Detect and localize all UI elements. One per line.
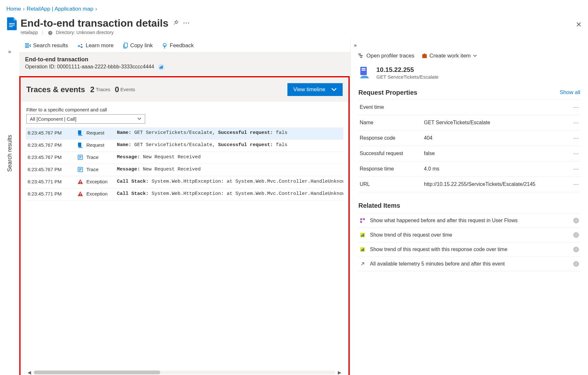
svg-rect-26 — [362, 68, 365, 69]
related-item[interactable]: Show trend of this request with this res… — [358, 242, 580, 257]
event-type-icon — [75, 139, 84, 152]
related-item-icon — [360, 247, 365, 252]
property-label: URL — [360, 181, 424, 187]
related-items-heading: Related Items — [351, 198, 588, 213]
property-row: Response time4.0 ms··· — [358, 161, 580, 177]
svg-rect-16 — [80, 181, 81, 182]
horizontal-scrollbar[interactable]: ◀ ▶ — [21, 369, 348, 375]
more-icon[interactable]: ··· — [573, 135, 579, 142]
svg-text:?: ? — [49, 31, 51, 35]
filter-label: Filter to a specific component and call — [26, 107, 343, 112]
svg-rect-27 — [362, 70, 365, 71]
request-properties-heading: Request Properties — [358, 89, 417, 96]
related-item-icon — [360, 218, 365, 223]
svg-rect-37 — [362, 249, 363, 251]
more-icon[interactable]: ··· — [183, 20, 190, 27]
operation-id-value: 00001111-aaaa-2222-bbbb-3333cccc4444 — [57, 64, 154, 69]
expand-right-icon[interactable]: » — [8, 49, 11, 55]
show-all-link[interactable]: Show all — [560, 89, 580, 96]
info-icon[interactable]: i — [573, 232, 579, 238]
copy-link-button[interactable]: Copy link — [123, 42, 153, 49]
traces-heading: Traces & events — [26, 85, 85, 94]
search-results-button[interactable]: Search results — [25, 42, 68, 49]
svg-rect-21 — [359, 55, 363, 56]
svg-rect-1 — [9, 25, 15, 25]
svg-rect-30 — [360, 221, 362, 223]
property-value: false — [424, 151, 573, 156]
traces-word: Traces — [96, 87, 110, 92]
svg-rect-29 — [363, 218, 365, 220]
property-label: Event time — [360, 104, 424, 110]
pin-icon[interactable] — [173, 20, 179, 27]
more-icon[interactable]: ··· — [573, 104, 579, 111]
svg-rect-23 — [422, 54, 427, 58]
scroll-right-icon[interactable]: ▶ — [337, 370, 343, 375]
svg-rect-36 — [361, 250, 362, 251]
breadcrumb-app[interactable]: RetailApp | Application map — [27, 6, 93, 12]
related-item-icon — [360, 232, 365, 238]
event-detail: Message: New Request Received — [115, 152, 343, 164]
events-table: 6:23:45.767 PMRequestName: GET ServiceTi… — [26, 127, 343, 201]
breadcrumb-home[interactable]: Home — [6, 6, 21, 12]
property-value: 4.0 ms — [424, 166, 573, 172]
event-row[interactable]: 6:23:45.767 PMRequestName: GET ServiceTi… — [26, 127, 343, 140]
property-row: NameGET ServiceTickets/Escalate··· — [358, 115, 580, 131]
property-value: http://10.15.22.255/ServiceTickets/Escal… — [424, 181, 573, 187]
related-item-label: Show what happened before and after this… — [370, 218, 569, 223]
svg-rect-19 — [80, 195, 81, 196]
feedback-button[interactable]: Feedback — [162, 42, 194, 49]
svg-rect-9 — [160, 67, 161, 69]
more-icon[interactable]: ··· — [573, 181, 579, 188]
property-row: Response code404··· — [358, 131, 580, 146]
close-icon[interactable]: ✕ — [576, 17, 582, 29]
expand-right-icon[interactable]: » — [354, 42, 357, 48]
event-detail: Name: GET ServiceTickets/Escalate, Succe… — [115, 127, 343, 140]
event-row[interactable]: 6:23:45.767 PMRequestName: GET ServiceTi… — [26, 139, 343, 152]
event-time: 6:23:45.771 PM — [26, 188, 75, 200]
event-type: Exception — [84, 176, 115, 188]
filter-select[interactable]: All [Component | Call] — [26, 114, 145, 124]
event-type: Request — [84, 139, 115, 152]
svg-point-5 — [81, 44, 82, 45]
event-row[interactable]: 6:23:45.767 PMTraceMessage: New Request … — [26, 164, 343, 176]
event-row[interactable]: 6:23:45.767 PMTraceMessage: New Request … — [26, 152, 343, 164]
chevron-right-icon: › — [23, 6, 25, 12]
resource-name: retailapp — [21, 30, 38, 35]
open-profiler-button[interactable]: Open profiler traces — [358, 53, 414, 59]
insights-icon[interactable] — [158, 64, 165, 71]
create-work-item-button[interactable]: Create work item — [422, 53, 477, 59]
traces-count: 2 — [90, 85, 94, 94]
view-timeline-button[interactable]: View timeline — [287, 83, 343, 96]
event-time: 6:23:45.771 PM — [26, 176, 75, 188]
more-icon[interactable]: ··· — [573, 166, 579, 172]
related-item[interactable]: Show trend of this request over timei — [358, 228, 580, 242]
event-row[interactable]: 6:23:45.771 PMExceptionCall Stack: Syste… — [26, 176, 343, 188]
learn-more-button[interactable]: Learn more — [77, 42, 114, 49]
events-count: 0 — [115, 85, 119, 94]
related-item-label: All available telemetry 5 minutes before… — [370, 261, 569, 267]
info-icon[interactable]: ? — [48, 31, 53, 35]
related-item[interactable]: Show what happened before and after this… — [358, 213, 580, 228]
chevron-down-icon — [473, 55, 477, 57]
event-time: 6:23:45.767 PM — [26, 164, 75, 176]
info-icon[interactable]: i — [573, 261, 579, 267]
chevron-right-icon: › — [95, 6, 97, 12]
info-icon[interactable]: i — [573, 218, 579, 223]
event-row[interactable]: 6:23:45.771 PMExceptionCall Stack: Syste… — [26, 188, 343, 200]
event-type-icon — [75, 127, 84, 140]
event-type-icon — [75, 164, 84, 176]
property-label: Successful request — [360, 151, 424, 156]
svg-rect-0 — [9, 23, 15, 24]
event-type: Trace — [84, 164, 115, 176]
page-title: End-to-end transaction details — [21, 17, 168, 29]
svg-rect-12 — [78, 130, 81, 135]
svg-rect-34 — [363, 234, 364, 237]
more-icon[interactable]: ··· — [573, 119, 579, 126]
more-icon[interactable]: ··· — [573, 150, 579, 157]
property-row: Event time··· — [358, 100, 580, 115]
scroll-left-icon[interactable]: ◀ — [26, 370, 32, 375]
related-item[interactable]: All available telemetry 5 minutes before… — [358, 257, 580, 271]
event-type-icon — [75, 188, 84, 200]
info-icon[interactable]: i — [573, 247, 579, 252]
event-type-icon — [75, 152, 84, 164]
